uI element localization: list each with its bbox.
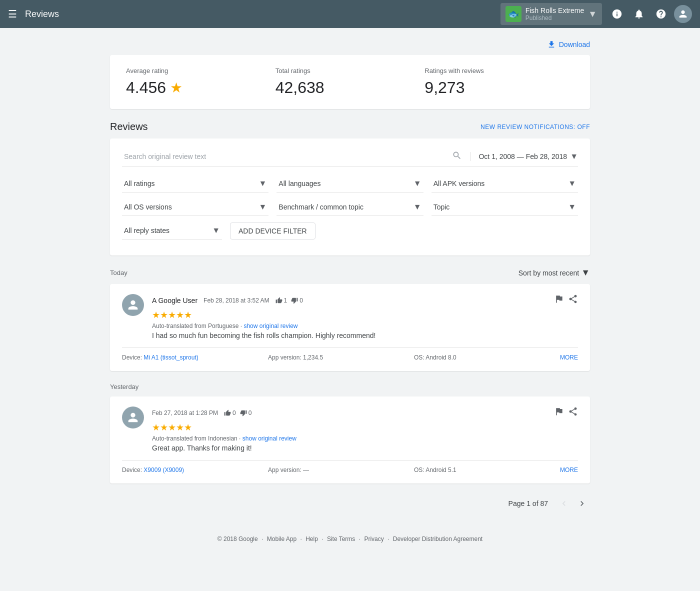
search-icon[interactable] <box>452 150 462 163</box>
device-link[interactable]: X9009 (X9009) <box>144 466 184 474</box>
download-button[interactable]: Download <box>547 40 590 49</box>
review-card: Feb 27, 2018 at 1:28 PM 0 0 ★★★★★Auto-tr… <box>110 396 590 484</box>
topic-filter[interactable]: Topic ▼ <box>432 198 578 216</box>
search-row: Oct 1, 2008 — Feb 28, 2018 ▼ <box>122 148 578 167</box>
pagination-next-button[interactable] <box>574 496 590 512</box>
main-content: Download Average rating 4.456 ★ Total ra… <box>100 28 600 524</box>
period-label: TodaySort by most recent▼ <box>110 268 590 278</box>
flag-button[interactable] <box>554 294 564 306</box>
footer-link-privacy[interactable]: Privacy <box>364 536 384 542</box>
benchmark-topic-filter[interactable]: Benchmark / common topic ▼ <box>276 198 423 216</box>
all-ratings-chevron-icon: ▼ <box>258 179 266 188</box>
footer-link-site-terms[interactable]: Site Terms <box>327 536 355 542</box>
thumbs-up: 0 <box>224 410 236 416</box>
footer-link-developer-distribution[interactable]: Developer Distribution Agreement <box>393 536 482 542</box>
show-original-link[interactable]: show original review <box>242 435 296 442</box>
review-date: Feb 27, 2018 at 1:28 PM <box>152 410 218 416</box>
review-card: A Google UserFeb 28, 2018 at 3:52 AM 1 0… <box>110 284 590 371</box>
topic-chevron-icon: ▼ <box>568 202 576 212</box>
show-original-link[interactable]: show original review <box>244 322 298 330</box>
app-selector-chevron-icon: ▼ <box>588 9 597 20</box>
page-footer: © 2018 Google · Mobile App · Help · Site… <box>0 524 700 554</box>
pagination: Page 1 of 87 <box>110 496 590 512</box>
app-info: Fish Rolls Extreme Published <box>526 6 584 22</box>
app-icon: 🐟 <box>506 6 522 22</box>
star-icon: ★ <box>170 80 182 96</box>
total-ratings-stat: Total ratings 42,638 <box>276 67 425 97</box>
all-os-versions-filter[interactable]: All OS versions ▼ <box>122 198 268 216</box>
review-footer: Device: Mi A1 (tissot_sprout) App versio… <box>122 348 578 361</box>
app-selector[interactable]: 🐟 Fish Rolls Extreme Published ▼ <box>500 3 602 25</box>
pagination-prev-button[interactable] <box>556 496 572 512</box>
date-range-value: Oct 1, 2008 — Feb 28, 2018 <box>478 152 567 160</box>
notification-button[interactable] <box>630 5 648 23</box>
review-text: Great app. Thanks for making it! <box>152 444 578 452</box>
average-rating-value: 4.456 ★ <box>126 78 276 97</box>
all-languages-filter[interactable]: All languages ▼ <box>276 175 423 192</box>
all-reply-states-filter[interactable]: All reply states ▼ <box>122 222 222 240</box>
thumbs-down: 0 <box>291 297 303 304</box>
user-avatar[interactable] <box>674 5 692 23</box>
page-title: Reviews <box>25 9 500 20</box>
share-button[interactable] <box>568 406 578 419</box>
total-ratings-label: Total ratings <box>276 67 425 74</box>
sort-dropdown[interactable]: Sort by most recent▼ <box>518 268 590 278</box>
review-app-version: App version: — <box>268 466 414 474</box>
review-device: Device: Mi A1 (tissot_sprout) <box>122 354 268 361</box>
menu-icon[interactable]: ☰ <box>8 8 17 20</box>
review-app-version: App version: 1,234.5 <box>268 354 414 361</box>
all-apk-versions-filter[interactable]: All APK versions ▼ <box>432 175 578 192</box>
all-apk-versions-chevron-icon: ▼ <box>568 179 576 188</box>
review-os: OS: Android 8.0 <box>414 354 560 361</box>
ratings-with-reviews-label: Ratings with reviews <box>424 67 574 74</box>
date-range-picker[interactable]: Oct 1, 2008 — Feb 28, 2018 ▼ <box>470 152 578 161</box>
search-input[interactable] <box>122 148 452 164</box>
translation-note: Auto-translated from Indonesian · show o… <box>152 435 578 442</box>
total-ratings-value: 42,638 <box>276 78 425 97</box>
footer-link-help[interactable]: Help <box>306 536 318 542</box>
filters-card: Oct 1, 2008 — Feb 28, 2018 ▼ All ratings… <box>110 138 590 256</box>
ratings-with-reviews-stat: Ratings with reviews 9,273 <box>424 67 574 97</box>
sort-chevron-icon: ▼ <box>581 268 590 278</box>
all-os-versions-chevron-icon: ▼ <box>258 202 266 212</box>
thumbs-up: 1 <box>276 297 288 304</box>
reviews-header: Reviews NEW REVIEW NOTIFICATIONS: OFF <box>110 121 590 132</box>
pagination-label: Page 1 of 87 <box>508 500 548 508</box>
add-device-filter-button[interactable]: ADD DEVICE FILTER <box>230 222 316 240</box>
review-more-link[interactable]: MORE <box>560 354 578 361</box>
ratings-with-reviews-value: 9,273 <box>424 78 574 97</box>
footer-link-mobile-app[interactable]: Mobile App <box>267 536 296 542</box>
reviews-title: Reviews <box>110 121 148 132</box>
date-range-chevron-icon: ▼ <box>570 152 578 161</box>
device-link[interactable]: Mi A1 (tissot_sprout) <box>144 354 198 361</box>
app-name: Fish Rolls Extreme <box>526 6 584 14</box>
user-avatar <box>122 406 144 428</box>
header-icons <box>608 5 692 23</box>
share-button[interactable] <box>568 294 578 306</box>
review-stars: ★★★★★ <box>152 422 578 433</box>
download-row: Download <box>110 40 590 49</box>
flag-button[interactable] <box>554 406 564 419</box>
reviews-list: TodaySort by most recent▼A Google UserFe… <box>110 268 590 484</box>
benchmark-topic-chevron-icon: ▼ <box>414 202 422 212</box>
info-button[interactable] <box>608 5 626 23</box>
review-date: Feb 28, 2018 at 3:52 AM <box>204 297 269 304</box>
user-avatar <box>122 294 144 316</box>
filter-row-2: All OS versions ▼ Benchmark / common top… <box>122 198 578 216</box>
pagination-nav <box>556 496 590 512</box>
all-languages-chevron-icon: ▼ <box>414 179 422 188</box>
review-stars: ★★★★★ <box>152 310 578 320</box>
stats-card: Average rating 4.456 ★ Total ratings 42,… <box>110 55 590 109</box>
reviewer-name: A Google User <box>152 296 198 304</box>
help-button[interactable] <box>652 5 670 23</box>
review-more-link[interactable]: MORE <box>560 466 578 474</box>
average-rating-stat: Average rating 4.456 ★ <box>126 67 276 97</box>
filter-row-1: All ratings ▼ All languages ▼ All APK ve… <box>122 175 578 192</box>
notifications-toggle[interactable]: NEW REVIEW NOTIFICATIONS: OFF <box>480 124 590 130</box>
period-label: Yesterday <box>110 383 590 390</box>
app-status: Published <box>526 14 584 22</box>
filter-row-3: All reply states ▼ ADD DEVICE FILTER <box>122 222 578 240</box>
all-ratings-filter[interactable]: All ratings ▼ <box>122 175 268 192</box>
review-os: OS: Android 5.1 <box>414 466 560 474</box>
all-reply-states-chevron-icon: ▼ <box>212 226 220 235</box>
